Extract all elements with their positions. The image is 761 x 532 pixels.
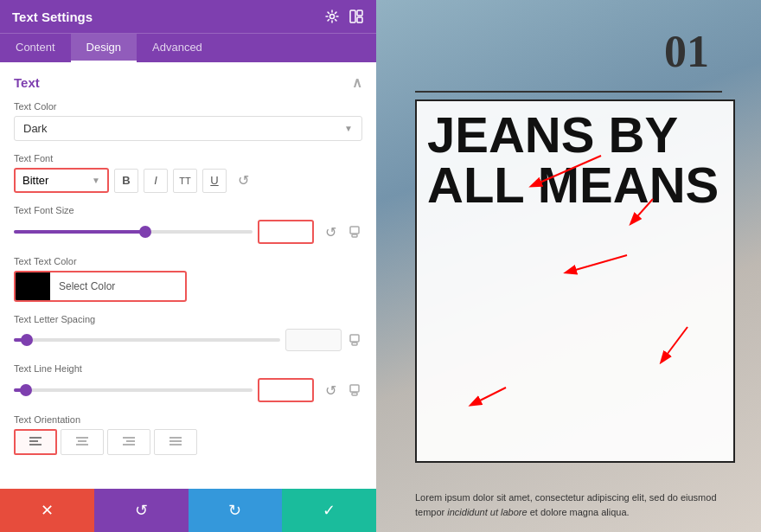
panel-title: Text Settings — [12, 10, 93, 24]
preview-divider-line — [415, 91, 722, 93]
redo-button[interactable]: ↻ — [189, 489, 283, 532]
settings-icon[interactable] — [324, 9, 340, 24]
orient-left-button[interactable] — [14, 429, 57, 455]
text-font-size-group: Text Font Size 92px ↺ — [14, 205, 362, 244]
text-color-select-row: Dark ▼ — [14, 116, 362, 141]
text-font-size-label: Text Font Size — [14, 205, 362, 215]
cancel-button[interactable]: ✕ — [0, 489, 94, 532]
svg-rect-2 — [357, 10, 362, 16]
tab-content[interactable]: Content — [0, 34, 71, 62]
orient-justify-button[interactable] — [154, 429, 197, 455]
text-line-height-label: Text Line Height — [14, 363, 362, 374]
undo-button[interactable]: ↺ — [94, 489, 189, 532]
svg-rect-9 — [352, 393, 357, 395]
save-button[interactable]: ✓ — [282, 489, 376, 532]
preview-text-box: JEANS BY ALL MEANS — [415, 99, 735, 463]
letter-spacing-input[interactable]: 0px — [285, 329, 342, 351]
section-title: Text ∧ — [14, 74, 362, 91]
line-height-reset-button[interactable]: ↺ — [319, 379, 342, 401]
svg-rect-7 — [352, 343, 357, 345]
settings-panel: Text Settings Content Design Advanced — [0, 0, 376, 532]
underline-button[interactable]: U — [202, 169, 227, 193]
color-swatch — [16, 272, 50, 300]
text-orientation-group: Text Orientation — [14, 414, 362, 455]
panel-actions: ✕ ↺ ↻ ✓ — [0, 489, 376, 532]
text-color-label: Text Color — [14, 101, 362, 112]
line-height-slider-track — [14, 388, 253, 392]
text-letter-spacing-group: Text Letter Spacing 0px — [14, 314, 362, 351]
line-height-slider-container — [14, 384, 253, 396]
line-height-input[interactable]: 1em — [258, 378, 314, 402]
font-size-slider-track — [14, 230, 253, 234]
orientation-row — [14, 429, 362, 455]
header-icons — [324, 9, 364, 24]
device-icon-2 — [347, 332, 362, 348]
font-size-slider-container — [14, 226, 253, 238]
font-select[interactable]: Bitter ▼ — [14, 168, 109, 193]
preview-headline: JEANS BY ALL MEANS — [427, 110, 723, 210]
svg-rect-5 — [352, 234, 357, 237]
panel-header: Text Settings — [0, 0, 376, 33]
svg-point-0 — [330, 15, 335, 19]
chevron-down-icon: ▼ — [92, 176, 100, 185]
panel-tabs: Content Design Advanced — [0, 33, 376, 62]
preview-number: 01 — [664, 26, 709, 77]
font-size-row: 92px ↺ — [14, 220, 362, 244]
font-row: Bitter ▼ B I TT U ↺ — [14, 168, 362, 193]
text-text-color-group: Text Text Color Select Color — [14, 256, 362, 302]
orient-right-button[interactable] — [107, 429, 150, 455]
letter-spacing-slider-container — [14, 334, 280, 346]
svg-rect-8 — [350, 385, 359, 392]
text-letter-spacing-label: Text Letter Spacing — [14, 314, 362, 324]
font-size-slider-fill — [14, 230, 145, 234]
device-icon-3 — [347, 382, 362, 398]
text-orientation-label: Text Orientation — [14, 414, 362, 425]
text-line-height-group: Text Line Height 1em ↺ — [14, 363, 362, 402]
preview-body-italic: incididunt ut labore — [447, 507, 527, 517]
layout-icon[interactable] — [349, 9, 364, 24]
svg-rect-1 — [350, 10, 355, 22]
font-size-reset-button[interactable]: ↺ — [319, 221, 342, 243]
font-size-slider-thumb[interactable] — [139, 226, 151, 238]
preview-area: 01 JEANS BY ALL MEANS Lorem ipsum dolor … — [376, 0, 761, 532]
preview-body-text: Lorem ipsum dolor sit amet, consectetur … — [415, 490, 735, 519]
panel-content: Text ∧ Text Color Dark ▼ Text Font Bitte… — [0, 62, 376, 489]
letter-spacing-thumb[interactable] — [21, 334, 33, 346]
letter-spacing-slider-track — [14, 338, 280, 342]
line-height-row: 1em ↺ — [14, 378, 362, 402]
chevron-down-icon: ▼ — [344, 124, 353, 133]
text-color-group: Text Color Dark ▼ — [14, 101, 362, 141]
orient-center-button[interactable] — [61, 429, 104, 455]
text-color-select[interactable]: Dark ▼ — [14, 116, 362, 141]
svg-rect-4 — [350, 227, 359, 234]
color-picker-row[interactable]: Select Color — [14, 271, 187, 302]
tab-design[interactable]: Design — [71, 34, 137, 62]
device-icon — [347, 224, 362, 240]
italic-button[interactable]: I — [144, 169, 168, 193]
svg-rect-3 — [357, 17, 362, 22]
svg-rect-6 — [350, 335, 359, 342]
bold-button[interactable]: B — [114, 169, 138, 193]
text-text-color-label: Text Text Color — [14, 256, 362, 266]
tab-advanced[interactable]: Advanced — [137, 34, 218, 62]
font-reset-button[interactable]: ↺ — [232, 170, 254, 192]
tt-button[interactable]: TT — [173, 169, 197, 193]
letter-spacing-row: 0px — [14, 329, 362, 351]
text-font-label: Text Font — [14, 153, 362, 163]
line-height-thumb[interactable] — [20, 384, 32, 396]
text-font-group: Text Font Bitter ▼ B I TT U ↺ — [14, 153, 362, 193]
font-size-input[interactable]: 92px — [258, 220, 314, 244]
select-color-label: Select Color — [50, 280, 185, 292]
